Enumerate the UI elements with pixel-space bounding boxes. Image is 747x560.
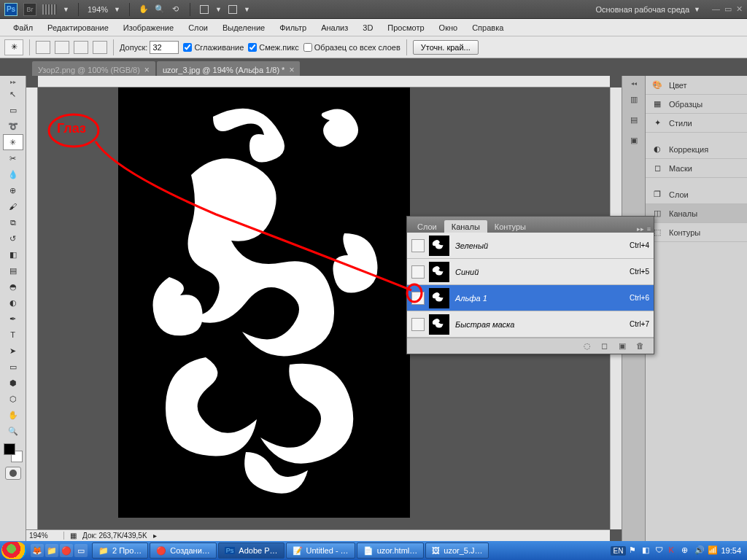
visibility-toggle-icon[interactable] bbox=[411, 265, 425, 279]
status-icon[interactable]: ▦ bbox=[70, 532, 77, 540]
chevron-down-icon[interactable]: ▼ bbox=[215, 6, 222, 13]
chevron-down-icon[interactable]: ▼ bbox=[114, 6, 120, 13]
tray-icon[interactable]: ⚑ bbox=[629, 545, 639, 556]
ql-icon[interactable]: 🔴 bbox=[60, 544, 73, 557]
tab-paths[interactable]: Контуры bbox=[487, 220, 533, 233]
info-icon[interactable]: ▣ bbox=[626, 132, 642, 148]
stamp-tool-icon[interactable]: ⧉ bbox=[3, 214, 23, 230]
magic-wand-tool-icon[interactable]: ✳ bbox=[3, 134, 23, 150]
tolerance-input[interactable] bbox=[150, 41, 179, 54]
panel-row-color[interactable]: 🎨Цвет bbox=[646, 76, 747, 95]
menu-window[interactable]: Окно bbox=[432, 21, 465, 34]
collapse-icon[interactable]: ▸▸ bbox=[0, 79, 26, 86]
close-icon[interactable]: ✕ bbox=[736, 4, 743, 14]
menu-layer[interactable]: Слои bbox=[181, 21, 215, 34]
screen-mode-icon[interactable] bbox=[228, 4, 238, 15]
color-swatch[interactable] bbox=[4, 443, 23, 462]
menu-view[interactable]: Просмотр bbox=[380, 21, 431, 34]
antialias-checkbox[interactable]: Сглаживание bbox=[183, 43, 244, 52]
taskbar-item[interactable]: PsAdobe P… bbox=[218, 542, 285, 559]
visibility-toggle-icon[interactable]: 👁 bbox=[411, 292, 425, 305]
status-doc-info[interactable]: Док: 263,7K/439,5K bbox=[82, 532, 147, 540]
tab-layers[interactable]: Слои bbox=[410, 220, 444, 233]
menu-image[interactable]: Изображение bbox=[116, 21, 181, 34]
delete-channel-icon[interactable]: 🗑 bbox=[636, 341, 648, 351]
network-icon[interactable]: 📶 bbox=[708, 545, 718, 556]
shape-tool-icon[interactable]: ▭ bbox=[3, 359, 23, 375]
selection-add-icon[interactable] bbox=[55, 41, 69, 54]
expand-icon[interactable]: ◂◂ bbox=[631, 80, 637, 87]
panel-row-paths[interactable]: ⬚Контуры bbox=[646, 223, 747, 242]
ruler-horizontal[interactable] bbox=[38, 76, 610, 88]
brush-tool-icon[interactable]: 🖌 bbox=[3, 198, 23, 214]
start-button-icon[interactable] bbox=[1, 542, 26, 559]
mini-bridge-icon[interactable] bbox=[42, 4, 57, 15]
pen-tool-icon[interactable]: ✒ bbox=[3, 311, 23, 327]
type-tool-icon[interactable]: T bbox=[3, 327, 23, 343]
language-indicator[interactable]: EN bbox=[611, 546, 627, 556]
blur-tool-icon[interactable]: ◓ bbox=[3, 279, 23, 295]
document-tab[interactable]: Узор2.png @ 100% (RGB/8)× bbox=[32, 61, 155, 76]
eyedropper-tool-icon[interactable]: 💧 bbox=[3, 166, 23, 182]
selection-subtract-icon[interactable] bbox=[74, 41, 88, 54]
taskbar-item[interactable]: 📝Untitled - … bbox=[286, 542, 355, 559]
menu-file[interactable]: Файл bbox=[6, 21, 40, 34]
taskbar-item[interactable]: 🔴Создани… bbox=[150, 542, 217, 559]
close-tab-icon[interactable]: × bbox=[289, 65, 294, 75]
tab-channels[interactable]: Каналы bbox=[444, 220, 487, 233]
bridge-logo-icon[interactable]: Br bbox=[23, 3, 36, 16]
panel-row-channels[interactable]: ◫Каналы bbox=[646, 204, 747, 223]
channels-panel[interactable]: Слои Каналы Контуры ▸▸≡ ЗеленыйCtrl+4Син… bbox=[406, 216, 654, 354]
channel-row[interactable]: Быстрая маскаCtrl+7 bbox=[407, 311, 654, 338]
dodge-tool-icon[interactable]: ◐ bbox=[3, 295, 23, 311]
chevron-down-icon[interactable]: ▼ bbox=[244, 6, 250, 13]
menu-3d[interactable]: 3D bbox=[355, 21, 380, 34]
ql-icon[interactable]: 🦊 bbox=[31, 544, 44, 557]
clock[interactable]: 19:54 bbox=[721, 546, 741, 555]
visibility-toggle-icon[interactable] bbox=[411, 318, 425, 331]
document-canvas[interactable] bbox=[118, 88, 410, 518]
refine-edge-button[interactable]: Уточн. край... bbox=[413, 40, 479, 55]
eraser-tool-icon[interactable]: ◧ bbox=[3, 246, 23, 262]
hand-icon[interactable]: ✋ bbox=[139, 4, 149, 15]
workspace-switcher[interactable]: Основная рабочая среда▼ bbox=[595, 5, 700, 14]
load-selection-icon[interactable]: ◌ bbox=[584, 341, 595, 351]
panel-row-masks[interactable]: ◻Маски bbox=[646, 159, 747, 178]
menu-help[interactable]: Справка bbox=[465, 21, 511, 34]
ql-icon[interactable]: 📁 bbox=[45, 544, 58, 557]
channel-row[interactable]: СинийCtrl+5 bbox=[407, 259, 654, 285]
panel-row-swatches[interactable]: ▦Образцы bbox=[646, 95, 747, 114]
contiguous-checkbox[interactable]: Смеж.пикс bbox=[248, 43, 298, 52]
selection-new-icon[interactable] bbox=[36, 41, 50, 54]
menu-analysis[interactable]: Анализ bbox=[314, 21, 355, 34]
chevron-right-icon[interactable]: ▸▸ bbox=[637, 225, 644, 233]
sample-all-checkbox[interactable]: Образец со всех слоев bbox=[303, 43, 400, 52]
menu-select[interactable]: Выделение bbox=[215, 21, 272, 34]
taskbar-item[interactable]: 🖼uzor_5.J… bbox=[425, 542, 489, 559]
healing-brush-tool-icon[interactable]: ⊕ bbox=[3, 182, 23, 198]
panel-row-styles[interactable]: ✦Стили bbox=[646, 114, 747, 133]
lasso-tool-icon[interactable]: ➰ bbox=[3, 118, 23, 134]
tray-icon[interactable]: K bbox=[668, 545, 678, 556]
close-tab-icon[interactable]: × bbox=[144, 65, 150, 75]
taskbar-item[interactable]: 📄uzor.html… bbox=[357, 542, 425, 559]
history-brush-tool-icon[interactable]: ↺ bbox=[3, 230, 23, 246]
zoom-icon[interactable]: 🔍 bbox=[155, 4, 165, 15]
ql-icon[interactable]: ▭ bbox=[74, 544, 88, 557]
maximize-icon[interactable]: ▭ bbox=[724, 4, 732, 14]
histogram-icon[interactable]: ▥ bbox=[626, 91, 642, 107]
menu-edit[interactable]: Редактирование bbox=[40, 21, 116, 34]
zoom-level[interactable]: 194% bbox=[88, 5, 108, 14]
panel-menu-icon[interactable]: ≡ bbox=[647, 225, 651, 233]
quick-mask-icon[interactable] bbox=[5, 467, 21, 480]
rotate-view-icon[interactable]: ⟲ bbox=[171, 4, 181, 15]
minimize-icon[interactable]: — bbox=[712, 4, 720, 14]
tool-preset-picker[interactable]: ✳ bbox=[4, 39, 23, 55]
zoom-tool-icon[interactable]: 🔍 bbox=[3, 423, 23, 439]
new-channel-icon[interactable]: ▣ bbox=[619, 341, 630, 351]
ruler-vertical[interactable] bbox=[26, 88, 38, 529]
path-selection-tool-icon[interactable]: ➤ bbox=[3, 343, 23, 359]
3d-tool-icon[interactable]: ⬢ bbox=[3, 375, 23, 391]
marquee-tool-icon[interactable]: ▭ bbox=[3, 102, 23, 118]
taskbar-item[interactable]: 📁2 Про… bbox=[92, 542, 148, 559]
